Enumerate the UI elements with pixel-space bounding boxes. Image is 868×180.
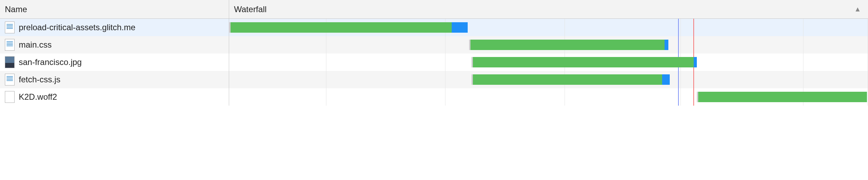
waterfall-chart <box>229 36 868 54</box>
domcontentloaded-marker <box>678 88 679 106</box>
gridline <box>445 54 445 71</box>
domcontentloaded-marker <box>678 36 679 54</box>
table-row[interactable]: main.css <box>0 36 868 54</box>
load-marker <box>693 88 694 106</box>
resource-name: main.css <box>19 40 52 50</box>
name-cell: main.css <box>0 36 229 54</box>
waterfall-chart <box>229 19 868 36</box>
image-file-icon <box>5 56 15 68</box>
download-segment <box>694 57 697 67</box>
sort-ascending-icon: ▲ <box>854 5 861 13</box>
resource-name: K2D.woff2 <box>19 92 57 102</box>
gridline <box>803 54 803 71</box>
network-waterfall-table: Name Waterfall ▲ preload-critical-assets… <box>0 0 868 106</box>
table-body: preload-critical-assets.glitch.memain.cs… <box>0 19 868 106</box>
waterfall-cell <box>229 19 868 36</box>
gridline <box>445 71 445 88</box>
timing-bar[interactable] <box>469 40 668 50</box>
waterfall-chart <box>229 54 868 71</box>
column-header-waterfall[interactable]: Waterfall ▲ <box>229 0 868 18</box>
timing-bar[interactable] <box>471 74 669 85</box>
document-file-icon <box>5 22 15 33</box>
name-cell: fetch-css.js <box>0 71 229 88</box>
table-row[interactable]: san-francisco.jpg <box>0 54 868 71</box>
waiting-segment <box>231 22 452 33</box>
load-marker <box>693 71 694 88</box>
gridline <box>803 71 803 88</box>
timing-bar[interactable] <box>229 22 468 33</box>
waterfall-cell <box>229 88 868 106</box>
download-segment <box>452 22 468 33</box>
table-row[interactable]: preload-critical-assets.glitch.me <box>0 19 868 36</box>
name-cell: preload-critical-assets.glitch.me <box>0 19 229 36</box>
gridline <box>681 71 681 88</box>
domcontentloaded-marker <box>678 19 679 36</box>
waterfall-cell <box>229 54 868 71</box>
download-segment <box>665 40 668 50</box>
domcontentloaded-marker <box>678 71 679 88</box>
load-marker <box>693 19 694 36</box>
timing-bar[interactable] <box>471 57 696 67</box>
document-file-icon <box>5 39 15 51</box>
waterfall-cell <box>229 71 868 88</box>
download-segment <box>662 74 670 85</box>
load-marker <box>693 36 694 54</box>
waiting-segment <box>473 57 693 67</box>
column-header-name-label: Name <box>5 5 27 14</box>
waterfall-chart <box>229 71 868 88</box>
waiting-segment <box>473 74 662 85</box>
gridline <box>803 19 803 36</box>
gridline <box>681 88 681 106</box>
table-row[interactable]: fetch-css.js <box>0 71 868 88</box>
document-file-icon <box>5 74 15 85</box>
column-header-name[interactable]: Name <box>0 0 229 18</box>
gridline <box>326 54 326 71</box>
gridline <box>445 36 445 54</box>
waiting-segment <box>470 40 665 50</box>
gridline <box>445 88 445 106</box>
resource-name: preload-critical-assets.glitch.me <box>19 23 135 32</box>
name-cell: san-francisco.jpg <box>0 54 229 71</box>
table-header-row: Name Waterfall ▲ <box>0 0 868 19</box>
name-cell: K2D.woff2 <box>0 88 229 106</box>
waiting-segment <box>698 92 867 102</box>
column-header-waterfall-label: Waterfall <box>234 5 267 14</box>
resource-name: san-francisco.jpg <box>19 57 82 67</box>
gridline <box>326 88 326 106</box>
resource-name: fetch-css.js <box>19 75 60 84</box>
font-file-icon <box>5 91 15 103</box>
gridline <box>681 19 681 36</box>
gridline <box>326 36 326 54</box>
gridline <box>565 19 565 36</box>
gridline <box>565 88 565 106</box>
waterfall-chart <box>229 88 868 106</box>
gridline <box>326 71 326 88</box>
gridline <box>803 36 803 54</box>
waterfall-cell <box>229 36 868 54</box>
timing-bar[interactable] <box>697 92 867 102</box>
gridline <box>681 36 681 54</box>
table-row[interactable]: K2D.woff2 <box>0 88 868 106</box>
